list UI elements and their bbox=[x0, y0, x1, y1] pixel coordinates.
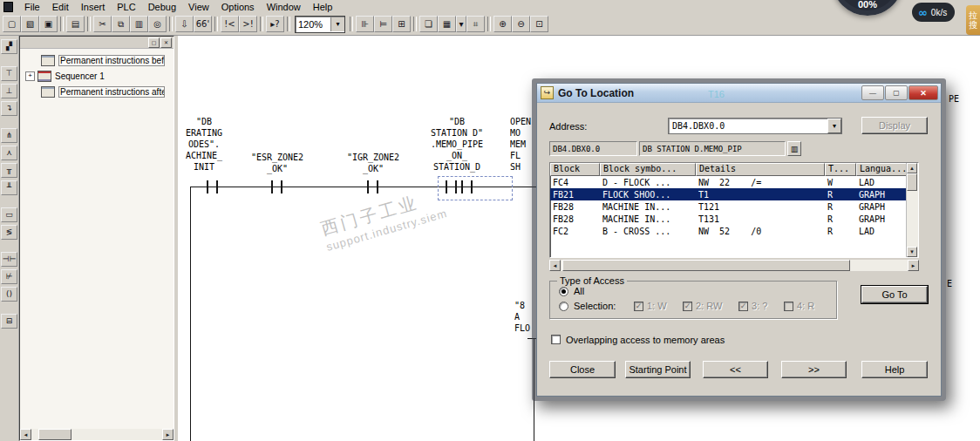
save-icon[interactable]: ▣ bbox=[39, 16, 58, 32]
download-icon[interactable]: ⇩ bbox=[175, 16, 194, 32]
symbol-information-icon[interactable]: ⊨ bbox=[374, 16, 392, 32]
access-1-checkbox[interactable]: ✓ bbox=[634, 302, 643, 311]
help-cursor-icon[interactable]: ▸? bbox=[266, 16, 284, 32]
monitor-glasses-icon[interactable]: 66' bbox=[194, 16, 212, 32]
all-radio[interactable] bbox=[559, 287, 568, 296]
menu-options[interactable]: Options bbox=[215, 2, 261, 12]
col-header-type[interactable]: T... bbox=[825, 163, 856, 176]
maximize-button[interactable]: ▢ bbox=[885, 85, 908, 100]
chevron-down-icon[interactable]: ▾ bbox=[827, 119, 841, 133]
open-alt-branch-icon[interactable]: ⋔ bbox=[1, 128, 17, 143]
scroll-up-icon[interactable]: ▲ bbox=[907, 163, 917, 173]
col-header-details[interactable]: Details bbox=[696, 163, 825, 176]
operand-label[interactable]: "ESR_ZONE2 _OK" bbox=[246, 152, 309, 174]
sequence-end-icon[interactable]: ⊥ bbox=[1, 84, 17, 98]
contact-igr-zone2-ok[interactable] bbox=[367, 180, 378, 193]
dialog-titlebar[interactable]: ↪ Go To Location — ▢ ✕ bbox=[537, 84, 941, 103]
prev-error-icon[interactable]: !< bbox=[221, 16, 239, 32]
col-header-block[interactable]: Block bbox=[550, 163, 600, 176]
table-row[interactable]: FC2 B - CROSS ... NW 52 /0 R LAD bbox=[550, 225, 918, 237]
operand-label[interactable]: "IGR_ZONE2 _OK" bbox=[342, 152, 405, 174]
paste-icon[interactable]: ▥ bbox=[130, 16, 148, 32]
close-button[interactable]: ✕ bbox=[909, 85, 938, 100]
help-button[interactable]: Help bbox=[861, 361, 928, 378]
columns-icon[interactable]: ▥ bbox=[787, 141, 801, 156]
comparator-icon[interactable]: ≶ bbox=[1, 225, 17, 240]
minimize-button[interactable]: — bbox=[861, 85, 884, 100]
menu-help[interactable]: Help bbox=[307, 2, 339, 12]
close-alt-branch-icon[interactable]: ⋏ bbox=[1, 146, 17, 160]
menu-file[interactable]: File bbox=[18, 2, 46, 12]
menu-view[interactable]: View bbox=[182, 2, 215, 12]
display-button[interactable]: Display bbox=[861, 117, 928, 134]
menu-debug[interactable]: Debug bbox=[142, 2, 182, 12]
new-icon[interactable]: ▢ bbox=[3, 16, 21, 32]
close-sim-branch-icon[interactable]: ╨ bbox=[1, 180, 17, 195]
open-sim-branch-icon[interactable]: ╥ bbox=[1, 163, 17, 178]
scroll-right-icon[interactable]: ► bbox=[908, 260, 919, 271]
display-mode-icon[interactable]: ▞ bbox=[1, 39, 17, 54]
open-icon[interactable]: ▧ bbox=[21, 16, 39, 32]
contact-machine-init[interactable] bbox=[207, 180, 218, 193]
tree-item-permanent-after[interactable]: Permanent instructions afte bbox=[41, 85, 165, 98]
cut-icon[interactable]: ✂ bbox=[93, 16, 112, 32]
step-transition-icon[interactable]: ⊤ bbox=[1, 66, 17, 81]
overlap-checkbox[interactable] bbox=[551, 335, 561, 344]
access-3-checkbox[interactable]: ✓ bbox=[738, 302, 748, 311]
scroll-down-icon[interactable]: ▼ bbox=[907, 247, 917, 257]
tree-item-sequencer-1[interactable]: + Sequencer 1 bbox=[25, 70, 105, 83]
contact-nc-icon[interactable]: ⊬ bbox=[1, 269, 17, 284]
menu-edit[interactable]: Edit bbox=[46, 2, 75, 12]
chevron-down-icon[interactable]: ▾ bbox=[456, 16, 466, 32]
next-button[interactable]: >> bbox=[781, 361, 847, 378]
new-network-icon[interactable]: ⊞ bbox=[392, 16, 411, 32]
table-row[interactable]: FB28 MACHINE IN... T131 R GRAPH bbox=[550, 213, 918, 225]
col-header-language[interactable]: Langua... bbox=[856, 163, 908, 176]
side-tab-button[interactable]: 拉搜 bbox=[966, 5, 980, 35]
scroll-left-icon[interactable]: ◄ bbox=[549, 260, 561, 271]
contact-esr-zone2-ok[interactable] bbox=[271, 180, 282, 193]
previous-button[interactable]: << bbox=[703, 361, 768, 378]
copy-icon[interactable]: ⧉ bbox=[112, 16, 130, 32]
scrollbar-track[interactable] bbox=[561, 260, 908, 271]
access-2-checkbox[interactable]: ✓ bbox=[683, 302, 692, 311]
address-combobox[interactable]: DB4.DBX0.0 ▾ bbox=[668, 118, 842, 134]
scrollbar-thumb[interactable] bbox=[907, 173, 917, 191]
goto-button[interactable]: Go To bbox=[861, 286, 928, 303]
print-icon[interactable]: ▤ bbox=[66, 16, 85, 32]
network-icon[interactable]: ⊟ bbox=[1, 314, 17, 329]
expand-icon[interactable]: + bbox=[25, 71, 35, 81]
menu-window[interactable]: Window bbox=[261, 2, 307, 12]
layout-icon[interactable]: ▦ bbox=[438, 16, 456, 32]
scroll-left-icon[interactable]: ◄ bbox=[20, 429, 31, 440]
scrollbar-thumb[interactable] bbox=[562, 260, 850, 271]
next-error-icon[interactable]: >! bbox=[239, 16, 257, 32]
coil-icon[interactable]: () bbox=[1, 287, 17, 302]
arrange-windows-icon[interactable]: ❏ bbox=[419, 16, 438, 32]
table-row-selected[interactable]: FB21 FLOCK SHOO... T1 R GRAPH bbox=[550, 188, 918, 200]
symbolic-representation-icon[interactable]: ⊪ bbox=[356, 16, 374, 32]
contact-no-icon[interactable]: ⊣⊢ bbox=[1, 252, 17, 267]
close-icon[interactable]: ✕ bbox=[160, 37, 172, 48]
table-hscrollbar[interactable]: ◄ ► bbox=[549, 260, 919, 271]
scrollbar-track[interactable] bbox=[31, 429, 162, 440]
network-speed-overlay[interactable]: ∞ 0k/s bbox=[912, 3, 955, 22]
zoom-out-icon[interactable]: ⊖ bbox=[512, 16, 530, 32]
overview-hscrollbar[interactable]: ◄ ► bbox=[20, 429, 174, 440]
table-row[interactable]: FC4 D - FLOCK ... NW 22 /= W LAD bbox=[550, 176, 918, 188]
close-button[interactable]: Close bbox=[549, 361, 616, 378]
menu-insert[interactable]: Insert bbox=[75, 2, 112, 12]
table-vscrollbar[interactable]: ▲ ▼ bbox=[906, 163, 918, 257]
chevron-down-icon[interactable]: ▾ bbox=[330, 17, 344, 31]
dock-icon[interactable]: ▢ bbox=[148, 37, 160, 48]
zoom-select[interactable]: 120% ▾ bbox=[295, 16, 345, 33]
zoom-fit-icon[interactable]: ⊡ bbox=[530, 16, 548, 32]
operand-label[interactable]: "DB STATION D" .MEMO_PIPE _ON_ STATION_D bbox=[425, 116, 489, 173]
selection-radio[interactable] bbox=[559, 302, 568, 311]
jump-icon[interactable]: ↴ bbox=[1, 101, 17, 116]
starting-point-button[interactable]: Starting Point bbox=[625, 361, 691, 378]
scrollbar-thumb[interactable] bbox=[38, 429, 71, 440]
tree-item-permanent-before[interactable]: Permanent instructions befo bbox=[41, 54, 165, 67]
menu-plc[interactable]: PLC bbox=[111, 2, 141, 12]
find-icon[interactable]: ◎ bbox=[148, 16, 167, 32]
